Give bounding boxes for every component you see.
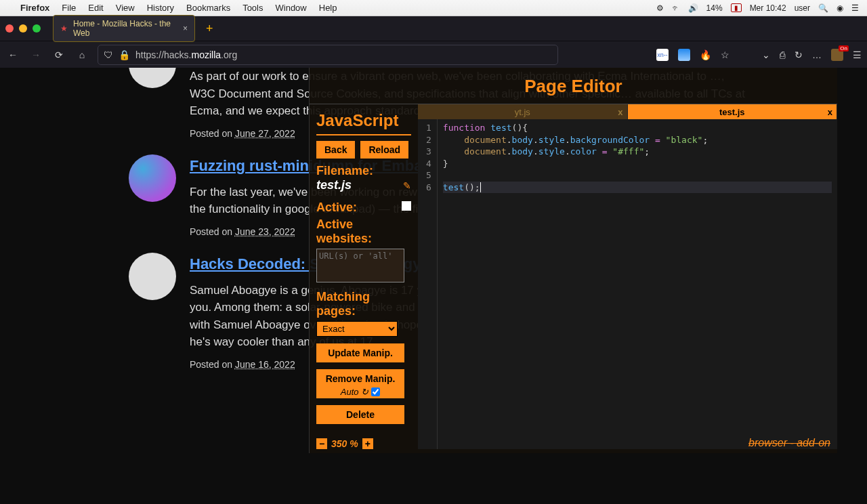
- home-button[interactable]: ⌂: [75, 49, 89, 60]
- filename-value: test.js: [316, 178, 352, 192]
- avatar: [129, 253, 176, 300]
- editor-tab[interactable]: yt.jsx: [418, 104, 628, 119]
- siri-icon[interactable]: ◉: [837, 3, 843, 13]
- active-checkbox[interactable]: [402, 201, 411, 211]
- active-label: Active:: [316, 201, 357, 215]
- zoom-value: 350 %: [331, 438, 358, 449]
- extension-icon[interactable]: [678, 49, 690, 61]
- tab-label: test.js: [719, 107, 745, 117]
- wifi-icon[interactable]: ᯤ: [672, 3, 680, 13]
- close-window-button[interactable]: [5, 24, 14, 33]
- menu-history[interactable]: History: [147, 3, 174, 13]
- filename-label: Filename:: [316, 164, 411, 178]
- editor-title: Page Editor: [310, 68, 837, 104]
- macos-menubar: Firefox File Edit View History Bookmarks…: [0, 0, 867, 16]
- url-text: https://hacks.mozilla.org: [135, 49, 237, 60]
- battery-icon[interactable]: ▮: [731, 3, 742, 12]
- auto-label: Auto ↻: [341, 387, 368, 397]
- zoom-in-button[interactable]: +: [362, 438, 373, 449]
- edit-filename-icon[interactable]: ✎: [403, 180, 411, 191]
- menu-help[interactable]: Help: [319, 3, 337, 13]
- new-tab-button[interactable]: +: [202, 22, 217, 36]
- battery-percent: 14%: [706, 3, 723, 13]
- editor-tab[interactable]: test.jsx: [628, 104, 838, 119]
- app-name[interactable]: Firefox: [20, 3, 49, 13]
- line-gutter: 123456: [418, 119, 438, 449]
- editor-sidebar: JavaScript Back Reload Filename: test.js…: [310, 104, 418, 449]
- code-editor[interactable]: 123456 function test(){ document.body.st…: [418, 119, 837, 449]
- back-button[interactable]: ←: [5, 49, 20, 60]
- bookmark-star-icon[interactable]: ☆: [721, 49, 729, 60]
- lock-icon[interactable]: 🔒: [119, 49, 130, 60]
- spotlight-icon[interactable]: 🔍: [818, 3, 828, 13]
- editor-tabs: yt.jsx test.jsx: [418, 104, 837, 119]
- posted-label: Posted on: [190, 359, 235, 370]
- extension-icon[interactable]: 🔥: [700, 49, 711, 60]
- active-websites-input[interactable]: [316, 249, 404, 282]
- url-bar[interactable]: 🛡︎ 🔒 https://hacks.mozilla.org: [98, 45, 558, 65]
- auto-row: Auto ↻: [316, 385, 404, 398]
- minimize-window-button[interactable]: [19, 24, 27, 33]
- shield-icon[interactable]: 🛡︎: [104, 49, 113, 60]
- close-tab-icon[interactable]: x: [618, 107, 622, 117]
- close-tab-icon[interactable]: ×: [183, 24, 188, 33]
- delete-button[interactable]: Delete: [316, 405, 404, 424]
- matching-label: Matching pages:: [316, 290, 411, 318]
- reload-button[interactable]: ⟳: [51, 49, 66, 60]
- menu-view[interactable]: View: [116, 3, 135, 13]
- volume-icon[interactable]: 🔊: [688, 3, 698, 13]
- clock[interactable]: Mer 10:42: [750, 3, 786, 13]
- code-lines[interactable]: function test(){ document.body.style.bac…: [438, 119, 837, 449]
- zoom-out-button[interactable]: −: [316, 438, 327, 449]
- wifi-icon[interactable]: ⚙︎: [656, 3, 664, 13]
- active-websites-label: Active websites:: [316, 217, 411, 246]
- forward-button: →: [28, 49, 43, 60]
- menu-edit[interactable]: Edit: [88, 3, 103, 13]
- page-editor-panel: Page Editor JavaScript Back Reload Filen…: [309, 68, 837, 453]
- zoom-controls: − 350 % +: [316, 438, 373, 449]
- menu-window[interactable]: Window: [276, 3, 307, 13]
- menu-file[interactable]: File: [62, 3, 76, 13]
- browser-tab[interactable]: ★ Home - Mozilla Hacks - the Web ×: [53, 15, 195, 42]
- user-name[interactable]: user: [795, 3, 810, 13]
- close-tab-icon[interactable]: x: [828, 107, 832, 117]
- posted-label: Posted on: [190, 226, 235, 237]
- matching-select[interactable]: Exact: [316, 321, 398, 337]
- extension-icon[interactable]: xn--: [656, 49, 669, 61]
- auto-checkbox[interactable]: [371, 387, 380, 396]
- back-button[interactable]: Back: [316, 141, 355, 159]
- avatar: [129, 68, 176, 88]
- menu-tools[interactable]: Tools: [242, 3, 263, 13]
- avatar: [129, 154, 176, 202]
- browser-navbar: ← → ⟳ ⌂ 🛡︎ 🔒 https://hacks.mozilla.org x…: [0, 41, 867, 68]
- maximize-window-button[interactable]: [33, 24, 41, 33]
- update-manip-button[interactable]: Update Manip.: [316, 343, 404, 362]
- code-area: yt.jsx test.jsx 123456 function test(){ …: [418, 104, 837, 449]
- reload-button[interactable]: Reload: [360, 141, 408, 159]
- posted-date: June 16, 2022: [235, 359, 295, 370]
- posted-date: June 27, 2022: [235, 128, 295, 139]
- window-controls: [5, 24, 41, 33]
- library-icon[interactable]: ⎙: [780, 49, 785, 60]
- menu-bookmarks[interactable]: Bookmarks: [186, 3, 230, 13]
- extensions-icon[interactable]: …: [812, 49, 822, 60]
- posted-date: June 23, 2022: [235, 226, 295, 237]
- page-editor-extension-icon[interactable]: [831, 49, 843, 61]
- favicon-star-icon: ★: [60, 24, 68, 33]
- menu-button[interactable]: ☰: [853, 49, 862, 60]
- remove-manip-button[interactable]: Remove Manip.: [316, 369, 404, 385]
- pocket-icon[interactable]: ⌄: [762, 49, 770, 60]
- language-heading: JavaScript: [316, 111, 411, 135]
- account-icon[interactable]: ↻: [795, 49, 803, 60]
- posted-label: Posted on: [190, 128, 235, 139]
- tab-title: Home - Mozilla Hacks - the Web: [73, 19, 173, 38]
- control-center-icon[interactable]: ☰: [851, 3, 859, 13]
- tab-label: yt.js: [515, 107, 530, 117]
- browser-addon-link[interactable]: browser - add-on: [748, 437, 830, 449]
- browser-tabbar: ★ Home - Mozilla Hacks - the Web × +: [0, 16, 867, 41]
